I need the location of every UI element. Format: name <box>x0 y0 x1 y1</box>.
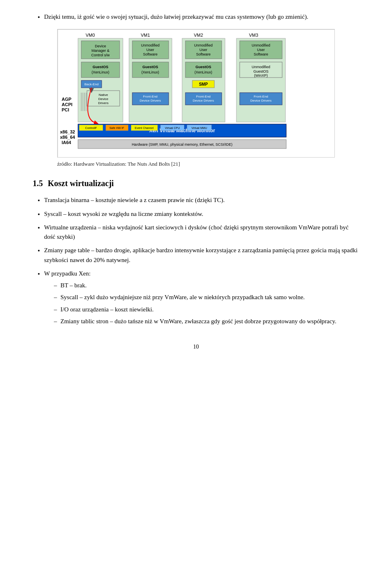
svg-text:Virtual CPU: Virtual CPU <box>165 127 180 129</box>
svg-text:VM2: VM2 <box>194 33 203 38</box>
section-title: Koszt wirtualizacji <box>48 177 114 190</box>
svg-text:Virtual MMU: Virtual MMU <box>192 127 207 129</box>
bullet-4: Zmiany page table – bardzo drogie, aplik… <box>44 246 359 265</box>
svg-text:GuestOS: GuestOS <box>196 65 212 69</box>
svg-text:ACPI: ACPI <box>62 102 72 107</box>
svg-text:GuestOS: GuestOS <box>143 65 158 69</box>
svg-text:x86_64: x86_64 <box>60 135 76 140</box>
svg-text:GuestOS: GuestOS <box>93 65 109 69</box>
svg-text:Device Drivers: Device Drivers <box>250 99 272 102</box>
svg-text:Device: Device <box>95 44 106 48</box>
svg-text:IA64: IA64 <box>62 140 71 145</box>
bullet-5: W przypadku Xen: BT – brak. Syscall – zy… <box>44 269 359 326</box>
bullet-1: Translacja binarna – kosztuje niewiele a… <box>44 196 359 205</box>
svg-text:Event Channel: Event Channel <box>135 127 154 129</box>
svg-text:Native: Native <box>99 93 108 97</box>
svg-text:Drivers: Drivers <box>98 101 108 105</box>
svg-text:User: User <box>199 48 207 52</box>
diagram-container: AGP ACPI PCI x86_32 x86_64 IA64 VM0 Devi… <box>33 29 359 168</box>
svg-text:Unmodified: Unmodified <box>252 43 270 47</box>
svg-text:Back-End: Back-End <box>85 82 99 86</box>
svg-text:Device: Device <box>98 97 109 101</box>
svg-text:Device Drivers: Device Drivers <box>140 99 161 102</box>
svg-text:Unmodified: Unmodified <box>252 65 270 69</box>
svg-text:Unmodified: Unmodified <box>194 43 213 47</box>
svg-rect-45 <box>185 62 222 78</box>
svg-text:x86_32: x86_32 <box>60 129 75 134</box>
svg-text:Hardware (SMP, MMU, physical m: Hardware (SMP, MMU, physical memory, Eth… <box>132 142 233 147</box>
svg-text:Unmodified: Unmodified <box>141 43 160 47</box>
svg-text:Software: Software <box>196 52 211 56</box>
svg-text:ControlIF: ControlIF <box>85 127 97 129</box>
svg-text:(XenLinux): (XenLinux) <box>91 70 109 74</box>
svg-text:SMP: SMP <box>199 82 208 87</box>
svg-text:User: User <box>257 48 265 52</box>
main-bullets: Translacja binarna – kosztuje niewiele a… <box>33 196 359 326</box>
svg-text:Front-End: Front-End <box>254 95 268 98</box>
diagram-caption: źródło: Hardware Virtualization: The Nut… <box>57 160 335 168</box>
sub-bullet-3: I/O oraz urządzenia – koszt niewielki. <box>54 305 359 314</box>
svg-rect-13 <box>81 62 120 78</box>
bullet-3: Wirtualne urządzenia – niska wydajność k… <box>44 223 359 242</box>
xen-architecture-diagram: AGP ACPI PCI x86_32 x86_64 IA64 VM0 Devi… <box>57 29 335 158</box>
intro-section: Dzięki temu, iż gość wie o swojej sytuac… <box>33 12 359 22</box>
svg-text:Front-End: Front-End <box>143 95 158 98</box>
svg-text:Manager &: Manager & <box>91 49 109 53</box>
intro-bullet-1: Dzięki temu, iż gość wie o swojej sytuac… <box>44 12 359 22</box>
svg-text:PCI: PCI <box>62 107 69 112</box>
svg-text:(WinXP): (WinXP) <box>254 73 268 78</box>
svg-text:Control s/w: Control s/w <box>91 53 110 57</box>
svg-text:GuestOS: GuestOS <box>253 69 268 73</box>
svg-text:AGP: AGP <box>62 97 71 102</box>
section-heading: 1.5 Koszt wirtualizacji <box>33 177 359 190</box>
sub-bullet-2: Syscall – zykl dużo wydajniejsze niż prz… <box>54 293 359 302</box>
svg-text:VM1: VM1 <box>141 33 150 38</box>
svg-text:Front-End: Front-End <box>196 95 211 98</box>
svg-text:User: User <box>146 48 154 52</box>
svg-rect-33 <box>132 62 169 78</box>
section-number: 1.5 <box>33 177 43 190</box>
bullet-2: Syscall – koszt wysoki ze względu na lic… <box>44 209 359 219</box>
svg-text:(XenLinux): (XenLinux) <box>194 70 212 74</box>
svg-text:Safe HW IF: Safe HW IF <box>109 127 124 129</box>
sub-bullet-list: BT – brak. Syscall – zykl dużo wydajniej… <box>44 281 359 326</box>
svg-text:Device Drivers: Device Drivers <box>193 99 214 102</box>
svg-text:VM0: VM0 <box>86 33 95 38</box>
page-number: 10 <box>33 342 359 351</box>
svg-text:Software: Software <box>254 52 268 56</box>
svg-text:Software: Software <box>143 52 158 56</box>
svg-text:VM3: VM3 <box>249 33 258 38</box>
sub-bullet-4: Zmiany tablic stron – dużo tańsze niż w … <box>54 317 359 326</box>
svg-text:(XenLinux): (XenLinux) <box>141 70 159 74</box>
sub-bullet-1: BT – brak. <box>54 281 359 290</box>
